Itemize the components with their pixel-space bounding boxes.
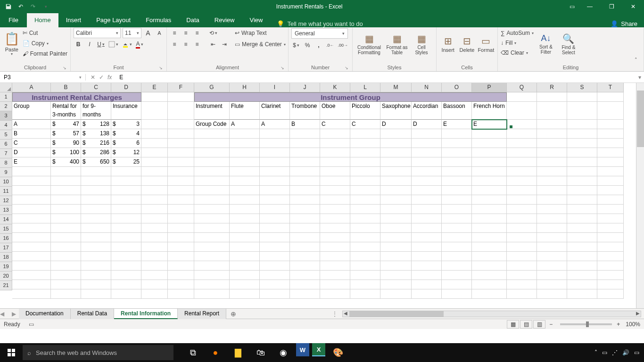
cell[interactable] [194, 167, 230, 176]
charges-title[interactable]: Instrument Rental Charges [12, 92, 141, 102]
cell[interactable] [350, 233, 380, 242]
increase-font-icon[interactable]: A [143, 28, 153, 38]
cell[interactable] [537, 214, 567, 223]
taskbar-search[interactable]: ⌕Search the web and Windows [23, 345, 173, 360]
cell[interactable] [567, 92, 597, 102]
cell[interactable] [12, 289, 51, 299]
row-header[interactable]: 9 [0, 168, 12, 177]
cell[interactable] [260, 261, 290, 271]
align-bottom-icon[interactable]: ≡ [192, 28, 202, 38]
cell[interactable] [290, 139, 320, 148]
cell[interactable] [537, 195, 567, 205]
cell[interactable] [597, 223, 624, 233]
select-all-button[interactable] [0, 83, 12, 92]
cell[interactable] [320, 167, 350, 176]
align-right-icon[interactable]: ≡ [192, 40, 202, 49]
cell[interactable] [51, 252, 81, 261]
cell[interactable] [230, 242, 260, 252]
cell[interactable] [350, 280, 380, 289]
cell[interactable] [320, 186, 350, 195]
cell[interactable] [320, 214, 350, 223]
cell[interactable]: $128 [81, 120, 111, 129]
cell[interactable] [290, 289, 320, 299]
column-header[interactable]: P [472, 83, 507, 92]
cell[interactable] [51, 214, 81, 223]
cell[interactable] [537, 176, 567, 186]
cell[interactable] [168, 252, 194, 261]
cell[interactable]: Rental for 3-months [51, 102, 81, 120]
cell[interactable] [12, 261, 51, 271]
cell[interactable] [141, 233, 168, 242]
cell[interactable]: $286 [81, 148, 111, 157]
cell[interactable]: C [12, 139, 51, 148]
cell[interactable]: D [412, 120, 442, 129]
file-tab[interactable]: File [0, 13, 27, 27]
cell[interactable] [51, 205, 81, 214]
cell[interactable] [597, 280, 624, 289]
cell[interactable] [194, 233, 230, 242]
cell[interactable] [230, 261, 260, 271]
row-header[interactable]: 21 [0, 281, 12, 290]
cell[interactable] [12, 195, 51, 205]
cell[interactable] [507, 92, 537, 102]
cell[interactable] [472, 252, 507, 261]
format-as-table-button[interactable]: ▦Format as Table [385, 28, 409, 60]
zoom-out-button[interactable]: − [549, 321, 553, 328]
cell[interactable] [51, 223, 81, 233]
cell[interactable] [507, 157, 537, 167]
cell[interactable] [12, 280, 51, 289]
cell[interactable] [81, 186, 111, 195]
column-header[interactable]: S [567, 83, 597, 92]
cell[interactable] [597, 167, 624, 176]
cell[interactable] [350, 261, 380, 271]
cell[interactable] [567, 280, 597, 289]
cell[interactable] [472, 157, 507, 167]
delete-cells-button[interactable]: ⊟Delete [458, 28, 475, 60]
cell[interactable] [51, 280, 81, 289]
cell[interactable] [350, 176, 380, 186]
zoom-in-button[interactable]: + [617, 321, 620, 328]
row-header[interactable]: 3 [0, 111, 12, 121]
cell[interactable] [597, 139, 624, 148]
tab-insert[interactable]: Insert [58, 13, 89, 27]
vertical-scrollbar[interactable] [636, 83, 644, 308]
cell[interactable]: Trombone [290, 102, 320, 120]
instrument-group-title[interactable]: Instrument Group [194, 92, 507, 102]
cell[interactable]: $4 [111, 129, 141, 139]
cell[interactable] [350, 186, 380, 195]
align-left-icon[interactable]: ≡ [170, 40, 179, 49]
column-header[interactable]: J [290, 83, 320, 92]
cell[interactable] [12, 205, 51, 214]
cell[interactable] [51, 176, 81, 186]
cell[interactable] [260, 195, 290, 205]
cell[interactable] [537, 289, 567, 299]
cell[interactable] [230, 233, 260, 242]
cell[interactable]: Group [12, 102, 51, 120]
cell[interactable] [290, 167, 320, 176]
cell[interactable] [168, 242, 194, 252]
cell[interactable] [442, 252, 472, 261]
column-header[interactable]: H [230, 83, 260, 92]
cell[interactable] [260, 157, 290, 167]
cell[interactable] [442, 205, 472, 214]
comma-format-icon[interactable]: , [314, 41, 323, 50]
row-header[interactable]: 14 [0, 215, 12, 224]
cell[interactable] [537, 280, 567, 289]
cell[interactable] [290, 261, 320, 271]
cell[interactable] [260, 289, 290, 299]
font-size-combo[interactable]: 11▾ [123, 28, 141, 38]
cell[interactable] [194, 139, 230, 148]
cell[interactable] [537, 148, 567, 157]
cell[interactable] [260, 176, 290, 186]
cell[interactable] [194, 223, 230, 233]
cell[interactable] [194, 214, 230, 223]
cell[interactable] [567, 195, 597, 205]
cell[interactable] [412, 280, 442, 289]
cell[interactable] [412, 214, 442, 223]
cell[interactable] [290, 252, 320, 261]
cell[interactable] [507, 242, 537, 252]
cell[interactable] [537, 223, 567, 233]
cell[interactable] [380, 252, 412, 261]
cell[interactable] [350, 214, 380, 223]
cell[interactable] [111, 186, 141, 195]
